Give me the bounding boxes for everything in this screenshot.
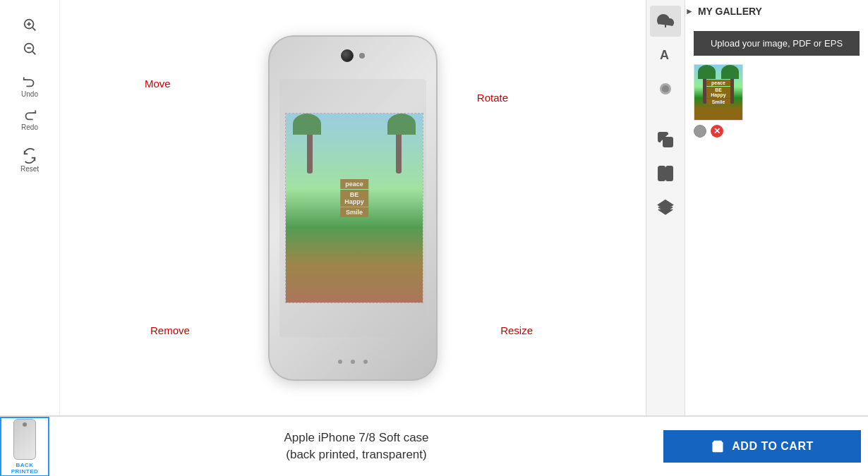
reset-button[interactable]: Reset: [18, 145, 42, 176]
gallery-item: peace BE Happy Smile ✕: [694, 64, 743, 138]
resize-label: Resize: [500, 324, 533, 336]
zoom-in-button[interactable]: [19, 14, 40, 35]
svg-rect-15: [663, 138, 673, 147]
effects-tool-button[interactable]: [650, 73, 681, 104]
app-wrapper: Undo Redo: [0, 0, 868, 476]
back-printed-label: BACK PRINTED: [1, 462, 48, 475]
reset-group: Reset: [18, 145, 42, 176]
svg-point-14: [662, 85, 669, 92]
left-toolbar: Undo Redo: [0, 0, 60, 415]
layers-tool-button[interactable]: [650, 192, 681, 223]
gallery-img-fake: peace BE Happy Smile: [694, 65, 742, 120]
reset-label: Reset: [20, 165, 39, 173]
camera-lens: [341, 49, 354, 62]
svg-rect-16: [658, 166, 665, 181]
phone-body: peace BEHappy Smile: [268, 35, 438, 381]
product-thumb-image: [13, 419, 36, 460]
phone-bottom: [338, 360, 368, 364]
svg-text:A: A: [660, 48, 669, 62]
product-name-text: Apple iPhone 7/8 Soft case: [284, 431, 428, 444]
preview-tool-button[interactable]: [650, 158, 681, 189]
zoom-group: [19, 14, 40, 59]
chevron-right-icon: ►: [685, 6, 694, 16]
add-to-cart-button[interactable]: ADD TO CART: [663, 430, 861, 463]
undo-group: Undo Redo: [18, 71, 41, 134]
copy-tool-button[interactable]: [650, 124, 681, 155]
gallery-image-item[interactable]: peace BE Happy Smile: [694, 64, 743, 121]
undo-label: Undo: [21, 90, 38, 98]
svg-line-6: [32, 51, 35, 54]
gallery-item-controls: ✕: [694, 125, 743, 138]
phone-mockup: peace BEHappy Smile: [268, 35, 438, 381]
product-description-text: (back printed, transparent): [286, 448, 426, 461]
svg-rect-17: [666, 166, 673, 181]
my-gallery-header[interactable]: ► MY GALLERY: [685, 0, 868, 23]
editor-area: Undo Redo: [0, 0, 868, 416]
panel-content: Upload your image, PDF or EPS peace: [685, 23, 868, 415]
my-gallery-label: MY GALLERY: [698, 6, 762, 17]
redo-button[interactable]: Redo: [18, 104, 41, 134]
canvas-section: Move Rotate Remove Resize: [60, 0, 685, 415]
right-icon-strip: A: [646, 0, 685, 415]
remove-label: Remove: [150, 324, 190, 336]
add-to-cart-label: ADD TO CART: [732, 440, 813, 453]
svg-line-3: [32, 28, 35, 30]
canvas-area[interactable]: Move Rotate Remove Resize: [60, 0, 646, 415]
rotate-label: Rotate: [477, 92, 508, 104]
redo-label: Redo: [21, 123, 38, 131]
zoom-out-button[interactable]: [19, 38, 40, 59]
right-panel: ► MY GALLERY Upload your image, PDF or E…: [685, 0, 868, 415]
remove-gallery-item-button[interactable]: ✕: [711, 125, 723, 138]
phone-camera: [341, 49, 365, 62]
cart-icon: [711, 439, 725, 453]
undo-button[interactable]: Undo: [18, 71, 41, 101]
color-picker-dot[interactable]: [694, 125, 706, 138]
upload-button[interactable]: Upload your image, PDF or EPS: [694, 31, 860, 56]
phone-screen: [279, 79, 426, 337]
camera-flash: [359, 53, 365, 59]
upload-tool-button[interactable]: [650, 6, 681, 37]
product-info: Apple iPhone 7/8 Soft case (back printed…: [49, 429, 663, 463]
move-label: Move: [145, 78, 171, 90]
bottom-section: BACK PRINTED Apple iPhone 7/8 Soft case …: [0, 416, 868, 476]
product-name: Apple iPhone 7/8 Soft case (back printed…: [64, 429, 649, 463]
product-thumbnail[interactable]: BACK PRINTED: [0, 417, 49, 477]
gallery-grid: peace BE Happy Smile ✕: [694, 64, 860, 138]
text-tool-button[interactable]: A: [650, 39, 681, 71]
